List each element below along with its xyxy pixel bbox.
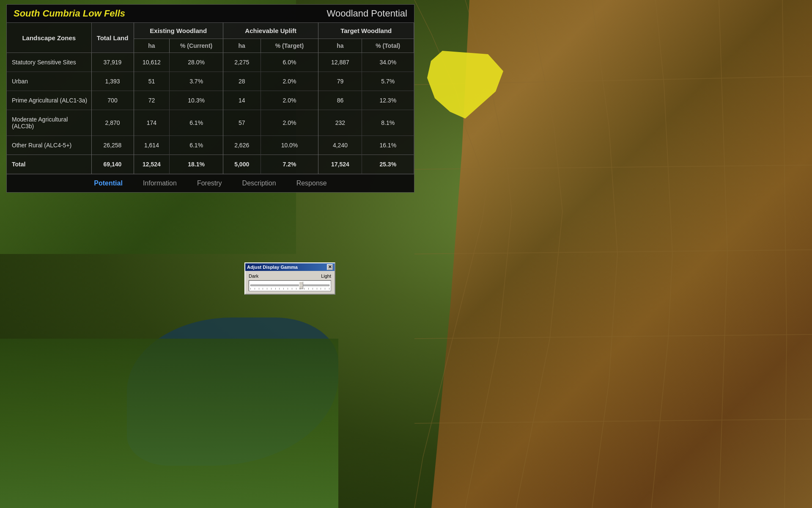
- table-cell: 2.0%: [261, 91, 318, 110]
- table-cell: 16.1%: [362, 136, 414, 155]
- table-cell: 8.1%: [362, 110, 414, 136]
- main-panel: South Cumbria Low Fells Woodland Potenti…: [6, 4, 414, 193]
- table-cell: 79: [318, 72, 362, 91]
- table-cell: 10.0%: [261, 136, 318, 155]
- subheader-pct-current: % (Current): [170, 39, 223, 53]
- subheader-ha-tgt: ha: [318, 39, 362, 53]
- table-row: Total69,14012,52418.1%5,0007.2%17,52425.…: [7, 155, 414, 174]
- table-cell: 12,887: [318, 53, 362, 72]
- table-cell: 6.1%: [170, 136, 223, 155]
- col-header-zone: Landscape Zones: [7, 23, 91, 53]
- table-cell: 10.3%: [170, 91, 223, 110]
- data-table: Landscape Zones Total Land Existing Wood…: [7, 22, 414, 174]
- table-cell: 69,140: [91, 155, 134, 174]
- table-cell: 34.0%: [362, 53, 414, 72]
- table-cell: 10,612: [134, 53, 170, 72]
- gamma-slider-input[interactable]: [250, 284, 329, 286]
- panel-subtitle: Woodland Potential: [327, 8, 407, 19]
- gamma-title: Adjust Display Gamma: [247, 265, 298, 270]
- table-cell: 2.0%: [261, 72, 318, 91]
- table-cell: 57: [223, 110, 261, 136]
- table-cell: 12,524: [134, 155, 170, 174]
- table-cell: 2.0%: [261, 110, 318, 136]
- subheader-pct-total: % (Total): [362, 39, 414, 53]
- table-cell: 5.7%: [362, 72, 414, 91]
- nav-tab-information[interactable]: Information: [141, 179, 178, 188]
- table-cell: 2,626: [223, 136, 261, 155]
- table-cell: 232: [318, 110, 362, 136]
- table-cell: 28: [223, 72, 261, 91]
- table-cell: 37,919: [91, 53, 134, 72]
- table-row: Other Rural (ALC4-5+)26,2581,6146.1%2,62…: [7, 136, 414, 155]
- region-title: South Cumbria Low Fells: [14, 8, 125, 19]
- title-bar: South Cumbria Low Fells Woodland Potenti…: [7, 5, 414, 22]
- table-cell: 51: [134, 72, 170, 91]
- table-cell: 2,275: [223, 53, 261, 72]
- subheader-pct-target: % (Target): [261, 39, 318, 53]
- gamma-titlebar: Adjust Display Gamma ✕: [245, 263, 335, 271]
- table-cell: Other Rural (ALC4-5+): [7, 136, 91, 155]
- table-cell: 3.7%: [170, 72, 223, 91]
- table-cell: Total: [7, 155, 91, 174]
- table-cell: 700: [91, 91, 134, 110]
- table-cell: 6.0%: [261, 53, 318, 72]
- table-cell: 14: [223, 91, 261, 110]
- nav-tab-forestry[interactable]: Forestry: [195, 179, 224, 188]
- col-header-target: Target Woodland: [318, 23, 414, 39]
- table-cell: 72: [134, 91, 170, 110]
- table-cell: Moderate Agricultural (ALC3b): [7, 110, 91, 136]
- table-cell: 18.1%: [170, 155, 223, 174]
- col-header-achievable: Achievable Uplift: [223, 23, 318, 39]
- table-cell: 2,870: [91, 110, 134, 136]
- nav-tab-response[interactable]: Response: [295, 179, 329, 188]
- table-cell: 86: [318, 91, 362, 110]
- nav-tabs: PotentialInformationForestryDescriptionR…: [7, 174, 414, 192]
- table-cell: 12.3%: [362, 91, 414, 110]
- table-cell: 1,393: [91, 72, 134, 91]
- table-row: Urban1,393513.7%282.0%795.7%: [7, 72, 414, 91]
- table-cell: Statutory Sensitive Sites: [7, 53, 91, 72]
- table-cell: 5,000: [223, 155, 261, 174]
- gamma-dark-label: Dark: [249, 273, 258, 279]
- table-cell: Prime Agricultural (ALC1-3a): [7, 91, 91, 110]
- nav-tab-description[interactable]: Description: [241, 179, 278, 188]
- table-cell: 26,258: [91, 136, 134, 155]
- table-cell: 17,524: [318, 155, 362, 174]
- subheader-ha: ha: [134, 39, 170, 53]
- table-cell: 28.0%: [170, 53, 223, 72]
- subheader-ha-ach: ha: [223, 39, 261, 53]
- gamma-content: Dark Light: [245, 271, 335, 294]
- gamma-close-button[interactable]: ✕: [327, 264, 333, 270]
- col-header-existing: Existing Woodland: [134, 23, 223, 39]
- table-row: Prime Agricultural (ALC1-3a)7007210.3%14…: [7, 91, 414, 110]
- gamma-labels: Dark Light: [249, 273, 331, 279]
- gamma-dialog[interactable]: Adjust Display Gamma ✕ Dark Light: [244, 262, 335, 295]
- table-cell: 7.2%: [261, 155, 318, 174]
- table-cell: 174: [134, 110, 170, 136]
- nav-tab-potential[interactable]: Potential: [92, 179, 124, 188]
- table-body: Statutory Sensitive Sites37,91910,61228.…: [7, 53, 414, 174]
- table-cell: 1,614: [134, 136, 170, 155]
- table-cell: 25.3%: [362, 155, 414, 174]
- gamma-light-label: Light: [321, 273, 331, 279]
- table-row: Statutory Sensitive Sites37,91910,61228.…: [7, 53, 414, 72]
- gamma-slider-container: [249, 280, 331, 291]
- table-cell: 6.1%: [170, 110, 223, 136]
- table-cell: 4,240: [318, 136, 362, 155]
- table-cell: Urban: [7, 72, 91, 91]
- table-row: Moderate Agricultural (ALC3b)2,8701746.1…: [7, 110, 414, 136]
- col-header-total-land: Total Land: [91, 23, 134, 53]
